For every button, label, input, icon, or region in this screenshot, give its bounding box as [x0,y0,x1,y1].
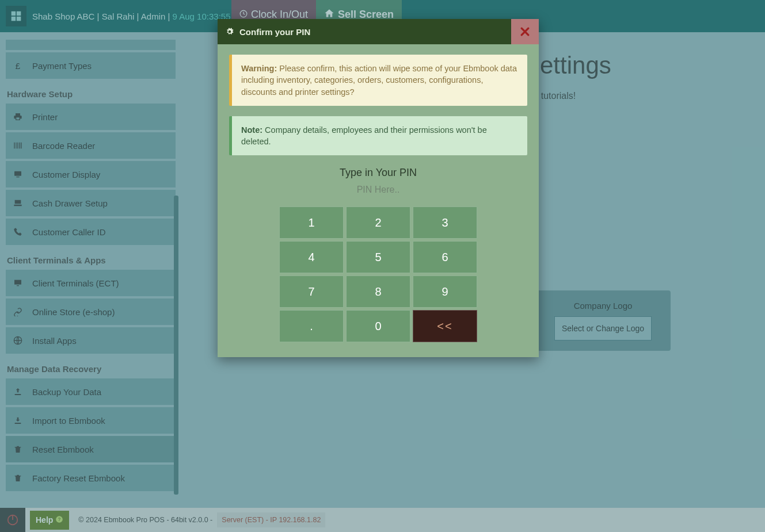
keypad-4[interactable]: 4 [279,241,344,273]
keypad-7[interactable]: 7 [279,275,344,308]
keypad-8[interactable]: 8 [346,275,410,308]
close-icon [519,26,531,37]
modal-header: Confirm your PIN [218,19,539,44]
keypad-6[interactable]: 6 [413,241,477,273]
warning-text: Please confirm, this action will wipe so… [241,64,517,97]
keypad-2[interactable]: 2 [346,206,410,239]
pin-prompt: Type in Your PIN [229,167,527,179]
close-button[interactable] [511,19,539,44]
keypad-9[interactable]: 9 [413,275,477,308]
note-alert: Note: Company details, employees and the… [229,116,527,156]
keypad-3[interactable]: 3 [413,206,477,239]
warning-alert: Warning: Please confirm, this action wil… [229,55,527,106]
keypad-5[interactable]: 5 [346,241,410,273]
pin-input[interactable] [229,185,527,195]
warning-label: Warning: [241,64,277,73]
keypad-backspace[interactable]: << [413,310,477,342]
gear-icon [226,28,234,36]
pin-modal: Confirm your PIN Warning: Please confirm… [218,19,539,357]
keypad-0[interactable]: 0 [346,310,410,342]
keypad-1[interactable]: 1 [279,206,344,239]
keypad-dot[interactable]: . [279,310,344,342]
modal-title: Confirm your PIN [239,27,310,37]
note-label: Note: [241,125,262,135]
keypad: 1 2 3 4 5 6 7 8 9 . 0 << [229,206,527,342]
note-text: Company details, employees and their per… [241,125,487,146]
